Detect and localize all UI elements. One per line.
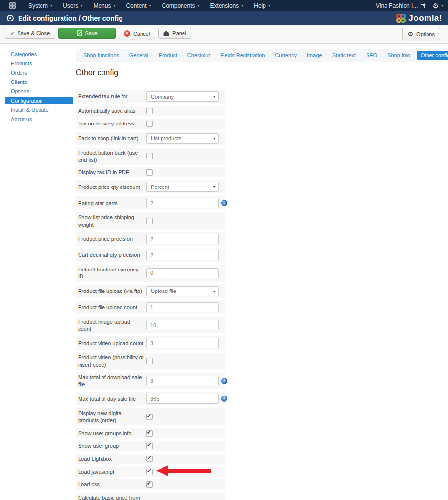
tab-shop-functions[interactable]: Shop functions — [80, 51, 123, 60]
options-button[interactable]: ⚙ Options — [402, 28, 440, 40]
load-lightbox-checkbox[interactable]: ✔ — [146, 456, 153, 462]
field-control: Company▾ — [146, 91, 219, 102]
options-label: Options — [416, 31, 435, 37]
field-control: Upload file▾ — [146, 286, 219, 296]
select-caret-icon: ▾ — [213, 289, 215, 293]
tax-on-delivery-address-checkbox[interactable] — [146, 121, 153, 127]
joomla-logo: Joomla! — [396, 13, 442, 23]
load-css-checkbox[interactable]: ✔ — [146, 481, 153, 488]
product-file-upload-count-field[interactable] — [146, 302, 219, 312]
panel-button[interactable]: Panel — [158, 28, 191, 39]
sidebar-item-categories[interactable]: Categories — [5, 50, 73, 58]
product-file-upload-via-ftp-select[interactable]: Upload file▾ — [146, 286, 219, 296]
external-link-icon — [421, 3, 426, 8]
tab-seo[interactable]: SEO — [362, 51, 381, 60]
form-row: Load Lightbox ✔ — [76, 454, 225, 464]
user-menu[interactable]: ⚙ ▾ — [432, 2, 443, 10]
field-label: Automatically save alias — [78, 107, 146, 114]
sidebar-item-about-us[interactable]: About us — [5, 115, 73, 123]
max-total-of-day-sale-file-field[interactable] — [146, 394, 219, 404]
tab-static-text[interactable]: Static text — [328, 51, 360, 60]
tab-shop-info[interactable]: Shop info — [384, 51, 414, 60]
chevron-down-icon: ▾ — [113, 3, 115, 8]
menu-users[interactable]: Users▾ — [58, 2, 88, 9]
info-tooltip-icon[interactable]: i — [221, 378, 227, 384]
info-tooltip-icon[interactable]: i — [221, 396, 227, 402]
form-row: Product price qty discount Percent▾ — [76, 180, 225, 193]
field-control: ✔ — [146, 481, 153, 488]
form-row: Default frontend currency ID — [76, 265, 225, 282]
rating-star-parts-field[interactable] — [146, 198, 219, 208]
field-label: Rating star parts — [78, 200, 146, 207]
sidebar-item-options[interactable]: Options — [5, 87, 73, 95]
save-close-button[interactable]: ✔ Save & Close — [5, 28, 55, 39]
info-tooltip-icon[interactable]: i — [221, 200, 227, 206]
cart-decimal-qty-precision-field[interactable] — [146, 250, 219, 260]
max-total-of-download-sale-file-field[interactable] — [146, 376, 219, 386]
joomla-menu-icon[interactable] — [9, 2, 16, 9]
form-row: Product price precision — [76, 232, 225, 246]
save-button[interactable]: Save — [58, 28, 116, 39]
field-control — [146, 218, 153, 224]
field-label: Load Lightbox — [78, 456, 146, 462]
field-control: ✔ — [146, 456, 153, 462]
sidebar-item-install-update[interactable]: Install & Update — [5, 106, 73, 114]
sidebar-item-products[interactable]: Products — [5, 60, 73, 67]
joomla-glyph-icon — [9, 2, 16, 9]
show-user-group-checkbox[interactable]: ✔ — [146, 443, 153, 449]
form-row: Back to shop (link in cart) List product… — [76, 132, 225, 145]
show-list-price-shipping-weight-checkbox[interactable] — [146, 218, 153, 224]
form-row: Product file upload count — [76, 301, 225, 314]
menu-help[interactable]: Help▾ — [248, 2, 276, 9]
tab-image[interactable]: Image — [303, 51, 326, 60]
form-row: Load javascript ✔ — [76, 467, 225, 477]
title-bar: Edit configuration / Other config Joomla… — [0, 11, 448, 25]
form-row: Load css ✔ — [76, 479, 225, 489]
form-row: Rating star parts i — [76, 196, 225, 209]
tab-general[interactable]: General — [125, 51, 152, 60]
extended-tax-rule-for-select[interactable]: Company▾ — [146, 91, 219, 102]
menu-content[interactable]: Content▾ — [121, 2, 156, 9]
sidebar: CategoriesProductsOrdersClientsOptionsCo… — [0, 49, 73, 500]
checkmark-icon: ✔ — [147, 429, 151, 436]
sidebar-item-configuration[interactable]: Configuration — [5, 97, 73, 104]
product-price-precision-field[interactable] — [146, 234, 219, 244]
site-preview-link[interactable]: Vina Fashion I... — [376, 2, 426, 9]
form-row: Calculate basic price from product price… — [76, 493, 225, 500]
tab-checkout[interactable]: Checkout — [183, 51, 214, 60]
menu-menus[interactable]: Menus▾ — [88, 2, 121, 9]
show-user-groups-info-checkbox[interactable]: ✔ — [146, 430, 153, 437]
product-video-upload-count-field[interactable] — [146, 338, 219, 348]
automatically-save-alias-checkbox[interactable] — [146, 108, 153, 114]
cancel-button[interactable]: ✕ Cancel — [119, 28, 155, 39]
menu-extensions[interactable]: Extensions▾ — [205, 2, 249, 9]
product-button-back-use-end-list-checkbox[interactable] — [146, 153, 153, 159]
sidebar-item-orders[interactable]: Orders — [5, 69, 73, 77]
tab-other-config[interactable]: Other config — [417, 51, 448, 60]
field-label: Product video (possibility of insert cod… — [78, 354, 146, 368]
product-price-qty-discount-select[interactable]: Percent▾ — [146, 182, 219, 192]
tab-fields-registration[interactable]: Fields Registration — [216, 51, 268, 60]
field-label: Tax on delivery address — [78, 120, 146, 127]
select-caret-icon: ▾ — [213, 185, 215, 189]
save-close-label: Save & Close — [17, 30, 50, 36]
sidebar-item-clients[interactable]: Clients — [5, 78, 73, 86]
display-new-digital-products-order-checkbox[interactable]: ✔ — [146, 414, 153, 420]
cancel-label: Cancel — [133, 31, 150, 37]
field-label: Product file upload count — [78, 304, 146, 311]
menu-label: Users — [63, 2, 78, 9]
menu-system[interactable]: System▾ — [23, 2, 58, 9]
back-to-shop-link-in-cart-select[interactable]: List products▾ — [146, 133, 219, 144]
load-javascript-checkbox[interactable]: ✔ — [146, 469, 153, 475]
chevron-down-icon: ▾ — [241, 3, 243, 8]
product-video-possibility-of-insert-code-checkbox[interactable] — [146, 358, 153, 364]
menu-components[interactable]: Components▾ — [156, 2, 204, 9]
default-frontend-currency-id-field[interactable] — [146, 268, 219, 278]
tab-product[interactable]: Product — [155, 51, 181, 60]
tab-currency[interactable]: Currency — [271, 51, 301, 60]
menu-label: System — [28, 2, 48, 9]
field-control: ✔ — [146, 430, 153, 437]
display-tax-id-in-pdf-checkbox[interactable] — [146, 169, 153, 176]
product-image-upload-count-field[interactable] — [146, 320, 219, 330]
config-view-icon — [7, 15, 14, 21]
